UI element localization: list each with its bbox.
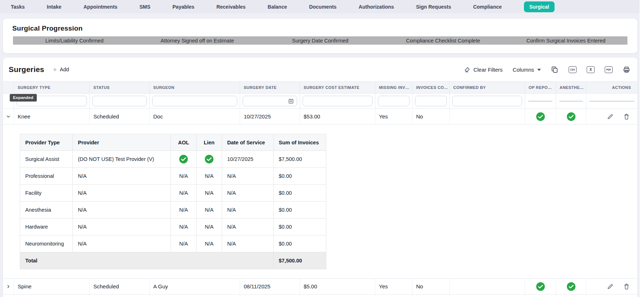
row-expander-collapse[interactable] — [3, 109, 14, 124]
tab-intake[interactable]: Intake — [47, 4, 61, 10]
cell-cost-estimate: $53.00 — [300, 109, 375, 124]
cell-status: Scheduled — [89, 279, 149, 294]
header-surgeon[interactable]: SURGEON — [149, 82, 240, 93]
eraser-icon — [464, 67, 470, 73]
surgeries-header: Surgeries + Add Clear Filters Columns — [3, 58, 638, 81]
header-date-of-service: Date of Service — [222, 134, 273, 150]
cell-surgery-type — [14, 294, 89, 297]
cell-confirmed-by — [449, 109, 525, 124]
provider-row-hardware: Hardware N/A N/A N/A N/A $0.00 — [20, 218, 326, 235]
tab-authorizations[interactable]: Authorizations — [359, 4, 394, 10]
row-expander-expand[interactable] — [3, 279, 14, 294]
provider-row-surgical-assist: Surgical Assist (DO NOT USE) Test Provid… — [20, 150, 326, 167]
tab-compliance[interactable]: Compliance — [473, 4, 502, 10]
cell-confirmed-by — [449, 279, 525, 294]
csv-export-button[interactable]: CSV — [569, 66, 577, 73]
delete-surgery-button[interactable] — [623, 113, 630, 120]
progression-title: Surgical Progression — [3, 19, 638, 32]
expanded-tooltip: Expanded — [10, 94, 37, 102]
surgery-row-spine: Spine Scheduled A Guy 08/11/2025 $5.00 Y… — [3, 279, 638, 294]
total-label: Total — [20, 252, 273, 269]
top-navigation: Tasks Intake Appointments SMS Payables R… — [0, 0, 640, 13]
excel-icon: X — [587, 66, 595, 73]
status-filter-input[interactable] — [92, 96, 147, 106]
cost-estimate-filter-input[interactable] — [303, 96, 372, 106]
copy-export-button[interactable] — [551, 66, 559, 73]
invoices-confirmed-filter-input[interactable] — [415, 96, 447, 106]
surgical-progression-card: Surgical Progression Limits/Liability Co… — [3, 19, 638, 53]
header-surgery-date[interactable]: SURGERY DATE — [240, 82, 300, 93]
edit-surgery-button[interactable] — [607, 113, 613, 120]
cell-surgery-type: Spine — [14, 279, 89, 294]
edit-surgery-button[interactable] — [607, 283, 613, 290]
add-surgery-button[interactable]: + Add — [53, 66, 69, 73]
provider-table-total-row: Total $7,500.00 — [20, 252, 326, 269]
header-confirmed-by[interactable]: CONFIRMED BY — [449, 82, 525, 93]
scrollbar-track[interactable] — [640, 0, 644, 297]
step-confirm-invoices[interactable]: Confirm Surgical Invoices Entered — [504, 36, 627, 45]
confirmed-by-filter-input[interactable] — [452, 96, 522, 106]
anesthesia-filter-disabled — [559, 101, 583, 102]
columns-dropdown[interactable]: Columns — [513, 67, 541, 73]
surgeon-filter-input[interactable] — [152, 96, 237, 106]
header-anesthesia[interactable]: ANESTHE… — [556, 82, 586, 93]
tab-sms[interactable]: SMS — [140, 4, 150, 10]
actions-filter-disabled — [590, 101, 634, 102]
row-expander-expand[interactable] — [3, 294, 14, 297]
cell-invoices-confirmed — [412, 294, 449, 297]
op-report-filter-disabled — [528, 101, 552, 102]
expanded-invoice-detail: Provider Type Provider AOL Lien Date of … — [3, 125, 638, 279]
tab-sign-requests[interactable]: Sign Requests — [416, 4, 451, 10]
tab-tasks[interactable]: Tasks — [11, 4, 25, 10]
header-surgery-type[interactable]: SURGERY TYPE — [14, 82, 89, 93]
anesthesia-check-icon — [566, 112, 576, 121]
chevron-right-icon — [6, 284, 10, 289]
aol-check-icon — [179, 154, 188, 164]
provider-row-professional: Professional N/A N/A N/A N/A $0.00 — [20, 167, 326, 184]
tab-payables[interactable]: Payables — [172, 4, 194, 10]
cell-surgery-date: 10/27/2025 — [240, 109, 300, 124]
cell-cost-estimate: $5.00 — [300, 279, 375, 294]
cell-surgery-date — [240, 294, 300, 297]
header-provider: Provider — [72, 134, 171, 150]
delete-surgery-button[interactable] — [623, 283, 630, 290]
cell-surgery-type: Knee — [14, 109, 89, 124]
header-provider-type: Provider Type — [20, 134, 72, 150]
step-limits-liability[interactable]: Limits/Liability Confirmed — [13, 36, 136, 45]
trash-icon — [623, 113, 630, 120]
cell-missing-invoices: Yes — [375, 109, 412, 124]
calendar-icon[interactable] — [288, 98, 294, 105]
clear-filters-button[interactable]: Clear Filters — [464, 67, 503, 73]
cell-status — [89, 294, 149, 297]
plus-icon: + — [53, 66, 57, 73]
tab-receivables[interactable]: Receivables — [216, 4, 246, 10]
header-actions: ACTIONS — [586, 82, 638, 93]
header-op-report[interactable]: OP REPO… — [525, 82, 556, 93]
copy-icon — [551, 66, 559, 73]
pdf-export-button[interactable]: PDF — [605, 66, 613, 73]
tab-surgical[interactable]: Surgical — [524, 1, 555, 12]
tab-balance[interactable]: Balance — [268, 4, 287, 10]
cell-cost-estimate — [300, 294, 375, 297]
step-compliance-checklist[interactable]: Compliance Checklist Complete — [381, 36, 504, 45]
excel-export-button[interactable]: X — [587, 66, 595, 73]
cell-surgeon: A Guy — [149, 279, 240, 294]
pencil-icon — [607, 113, 613, 120]
cell-invoices-confirmed: No — [412, 109, 449, 124]
table-filter-row — [3, 94, 638, 109]
header-missing-invoices[interactable]: MISSING INV… — [375, 82, 412, 93]
provider-row-anesthesia: Anesthesia N/A N/A N/A N/A $0.00 — [20, 201, 326, 218]
printer-icon — [623, 66, 630, 73]
tab-appointments[interactable]: Appointments — [83, 4, 117, 10]
provider-row-neuromonitoring: Neuromonitoring N/A N/A N/A N/A $0.00 — [20, 235, 326, 252]
header-cost-estimate[interactable]: SURGERY COST ESTIMATE — [300, 82, 375, 93]
header-invoices-confirmed[interactable]: INVOICES CO… — [412, 82, 449, 93]
provider-invoices-table: Provider Type Provider AOL Lien Date of … — [20, 134, 326, 269]
surgery-row-partial — [3, 294, 638, 297]
step-surgery-date[interactable]: Surgery Date Confirmed — [259, 36, 382, 45]
print-button[interactable] — [623, 66, 630, 73]
header-status[interactable]: STATUS — [89, 82, 149, 93]
tab-documents[interactable]: Documents — [309, 4, 336, 10]
step-attorney-signoff[interactable]: Attorney Signed off on Estimate — [136, 36, 259, 45]
missing-invoices-filter-input[interactable] — [378, 96, 410, 106]
